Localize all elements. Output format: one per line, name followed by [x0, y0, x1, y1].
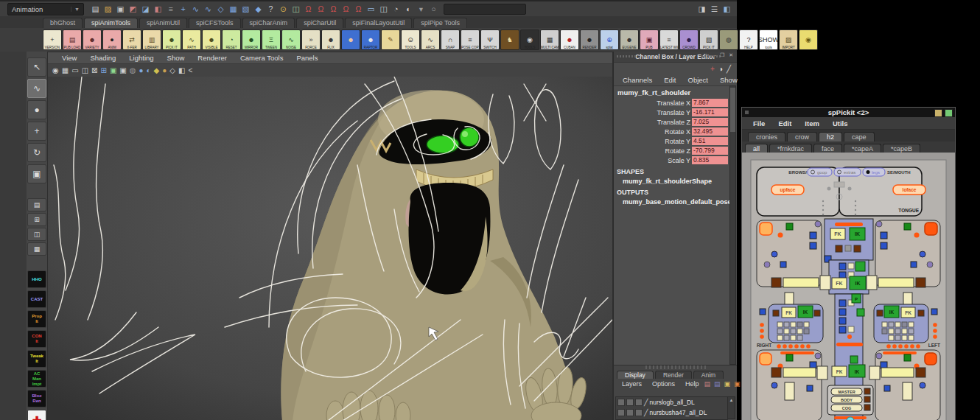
shelf-button[interactable]: ⊕ splat	[600, 29, 619, 50]
status-icon[interactable]: ∿	[190, 4, 201, 15]
sppickit-menu-item[interactable]: File	[746, 119, 771, 127]
tool-button[interactable]: ∿	[27, 79, 46, 98]
status-icon[interactable]: Ω	[328, 4, 339, 15]
shelf-button[interactable]: Ξ TWEEN	[262, 29, 281, 50]
viewport-icon[interactable]: ◫	[82, 65, 88, 76]
channel-box-menu-item[interactable]: Show	[714, 76, 743, 84]
sidebar-toggle-icon[interactable]: ◧	[721, 4, 732, 15]
attribute-value-field[interactable]: 4.51	[692, 137, 728, 145]
attribute-value-field[interactable]: 0.835	[692, 156, 728, 164]
tool-button[interactable]: ●	[27, 100, 46, 119]
layer-action-icon[interactable]: ▤	[704, 380, 711, 388]
viewport-icon[interactable]: ◇	[169, 65, 175, 76]
layer-editor-menu-item[interactable]: Options	[647, 380, 680, 388]
shelf-button[interactable]: ☻ EUGENE	[620, 29, 639, 50]
layer-row[interactable]: ╱ nursbusha47_all_DL	[616, 407, 727, 418]
status-icon[interactable]: Ω	[315, 4, 326, 15]
shelf-tab[interactable]: bhGhost	[43, 18, 83, 28]
upface-button[interactable]: upface	[771, 185, 804, 195]
status-icon[interactable]: ▣	[115, 4, 126, 15]
layer-color-swatch[interactable]: ╱	[644, 399, 648, 406]
layer-playback-toggle[interactable]	[626, 399, 634, 406]
sidebar-toggle-icon[interactable]: ☰	[709, 4, 720, 15]
attribute-value-field[interactable]: 7.025	[692, 118, 728, 126]
shelf-tab[interactable]: spiPipe Tools	[413, 18, 467, 28]
viewport-icon[interactable]: ◆	[154, 65, 160, 76]
shelf-button[interactable]: SHOW tools	[759, 29, 778, 50]
layer-editor-menu-item[interactable]: Layers	[617, 380, 647, 388]
status-icon[interactable]: ◫	[378, 4, 389, 15]
tool-button[interactable]: ↻	[27, 143, 46, 162]
status-icon[interactable]: ∿	[203, 4, 214, 15]
shelf-button[interactable]: ♞	[500, 29, 519, 50]
shelf-button[interactable]: ✎	[381, 29, 400, 50]
sppickit-menu-item[interactable]: Item	[798, 119, 826, 127]
layer-editor-tab[interactable]: Render	[655, 371, 692, 379]
shelf-button[interactable]: ? HELP	[739, 29, 758, 50]
shelf-button[interactable]: ◉ TOOLS	[520, 29, 539, 50]
titlebar-button[interactable]	[934, 109, 942, 117]
attribute-value-field[interactable]: 7.867	[692, 99, 728, 107]
viewport-menu-item[interactable]: Shading	[83, 54, 122, 62]
status-icon[interactable]: ◐	[403, 4, 414, 15]
layer-editor-menu-item[interactable]: Help	[680, 380, 704, 388]
body-key-button[interactable]	[864, 396, 870, 402]
shelf-button[interactable]: ∩ SNAP	[441, 29, 460, 50]
attribute-value-field[interactable]: -16.171	[692, 108, 728, 116]
viewport-menu-item[interactable]: Panels	[290, 54, 324, 62]
shelf-button[interactable]: ⊝ TOOLS	[401, 29, 420, 50]
shelf-tab[interactable]: spiAnimTools	[84, 18, 138, 28]
tool-button[interactable]: ▣	[27, 164, 46, 183]
viewport-menu-item[interactable]: Camera Tools	[234, 54, 290, 62]
shelf-button[interactable]: ⇄ X-FER	[122, 29, 141, 50]
layer-display-type-toggle[interactable]	[635, 399, 643, 406]
viewport-icon[interactable]: ▣	[110, 65, 116, 76]
shelf-button[interactable]: ☻ FLIX	[321, 29, 340, 50]
shelf-button[interactable]: ≡ LATEST WIP	[659, 29, 679, 50]
attribute-label[interactable]: Translate Z	[657, 119, 690, 126]
viewport-menu-item[interactable]: Show	[161, 54, 192, 62]
viewport-icon[interactable]: ⊠	[91, 65, 97, 76]
channel-box-menu-item[interactable]: Channels	[617, 76, 658, 84]
jaw-button[interactable]	[836, 245, 842, 252]
neck-button[interactable]	[845, 245, 851, 251]
channel-box-menu-item[interactable]: Edit	[658, 76, 682, 84]
titlebar-button[interactable]	[945, 109, 953, 117]
legs-radio[interactable]: legs	[863, 168, 885, 176]
layout-button[interactable]: ▦	[27, 242, 46, 256]
viewport-icon[interactable]: ●	[162, 65, 167, 76]
channel-box-icon[interactable]: ◑	[718, 65, 723, 73]
shelf-tab[interactable]: spiCharAnim	[242, 18, 295, 28]
layer-visibility-toggle[interactable]	[617, 399, 625, 406]
status-icon[interactable]: ◇	[215, 4, 226, 15]
attribute-value-field[interactable]: -70.799	[692, 147, 728, 155]
character-tab[interactable]: cape	[844, 132, 875, 141]
layer-action-icon[interactable]: ▤	[714, 380, 721, 388]
layout-button[interactable]: ◫	[27, 228, 46, 241]
status-icon[interactable]: ▾	[416, 4, 427, 15]
viewport-icon[interactable]: ▦	[62, 65, 69, 76]
shelf-button[interactable]: ≡ POSE COPY	[461, 29, 480, 50]
search-input[interactable]	[444, 4, 526, 15]
shelf-button[interactable]: ▧ PICK IT	[699, 29, 718, 50]
goop-radio[interactable]: goop	[808, 168, 832, 176]
shelf-tab[interactable]: spiFinalLayoutUtil	[345, 18, 412, 28]
layer-list-scrollbar[interactable]: ▲	[727, 396, 735, 419]
layer-playback-toggle[interactable]	[626, 409, 634, 416]
tool-button[interactable]: ↖	[27, 57, 46, 77]
shelf-button[interactable]: » FORCE	[301, 29, 321, 50]
status-icon[interactable]: Ω	[303, 4, 314, 15]
shelf-tab[interactable]: spiAnimUtil	[139, 18, 187, 28]
shelf-tab[interactable]: spiCFSTools	[189, 18, 241, 28]
status-icon[interactable]: ○	[428, 4, 439, 15]
channel-box-icon[interactable]: ╱	[727, 65, 731, 73]
layer-visibility-toggle[interactable]	[617, 409, 625, 416]
layer-row[interactable]: ╱ nurslogb_all_DL	[616, 397, 727, 407]
shelf-tab[interactable]: spiCharUtil	[296, 18, 343, 28]
viewport-icon[interactable]: <	[189, 65, 193, 76]
status-icon[interactable]: ◔	[391, 4, 402, 15]
status-icon[interactable]: ⊙	[278, 4, 289, 15]
viewport-icon[interactable]: ●	[139, 65, 144, 76]
shelf-button[interactable]: Ψ SWITCH	[480, 29, 500, 50]
character-tab[interactable]: cronies	[748, 132, 785, 141]
